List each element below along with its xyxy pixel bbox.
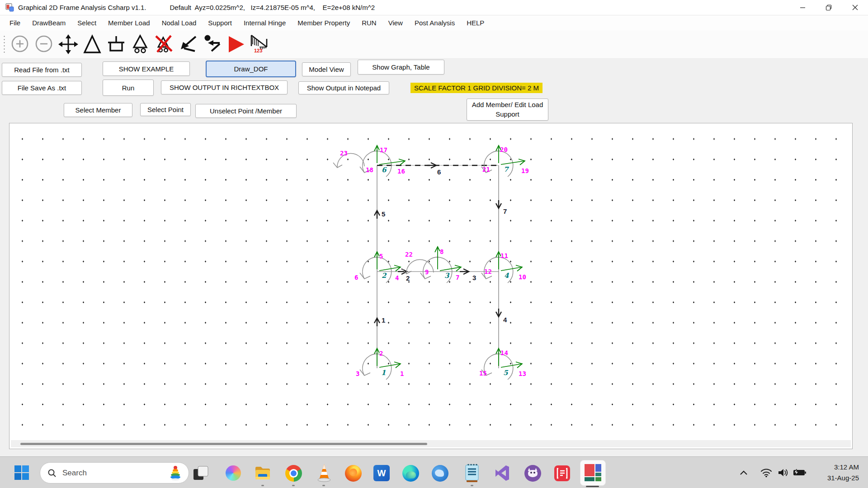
firefox-icon[interactable] [344,464,362,482]
github-desktop-icon[interactable] [524,464,542,482]
menu-item-help[interactable]: HELP [461,19,490,27]
dof-label-6: 6 [354,274,358,281]
add-member-line1: Add Member/ Edit Load [472,100,543,109]
menu-item-member-load[interactable]: Member Load [102,19,156,27]
dimension-label: 123 [254,48,262,53]
dof-label-14: 14 [500,349,508,357]
show-output-notepad-button[interactable]: Show Output in Notepad [298,81,389,94]
thunderbird-icon[interactable] [431,464,449,482]
open-indicator-file-explorer [261,485,264,486]
visual-studio-icon[interactable] [493,464,511,482]
node-label-1: 1 [381,369,386,377]
dof-label-23: 23 [340,150,348,157]
member-label-1: 1 [382,316,385,324]
file-save-button[interactable]: File Save As .txt [2,81,82,95]
member-label-3: 3 [472,274,476,282]
pin-support-icon[interactable] [80,32,104,57]
draw-dof-button[interactable]: Draw_DOF [206,61,296,77]
search-box[interactable]: Search [40,462,189,483]
menu-bar: FileDrawBeamSelectMember LoadNodal LoadS… [0,15,868,30]
add-member-edit-load-support-button[interactable]: Add Member/ Edit Load Support [467,99,548,121]
word-icon[interactable]: W [373,464,391,482]
nodal-load-icon[interactable] [200,32,224,57]
dimension-123-icon[interactable]: 123 [248,32,272,57]
dof-label-2: 2 [379,350,383,357]
menu-item-support[interactable]: Support [202,19,238,27]
scale-factor-label: SCALE FACTOR 1 GRID DIVISION= 2 M [410,83,542,93]
show-graph-table-button[interactable]: Show Graph, Table [358,60,444,75]
menu-item-drawbeam[interactable]: DrawBeam [26,19,71,27]
toolbar-grip[interactable] [3,35,5,54]
roller-support-icon[interactable] [128,32,152,57]
edge-icon[interactable] [401,464,420,482]
tray-clock[interactable]: 3:12 AM 31-Aug-25 [827,462,859,483]
dof-label-19: 19 [521,167,529,174]
show-example-button[interactable]: SHOW EXAMPLE [103,61,190,76]
search-placeholder: Search [62,469,170,478]
task-view-icon[interactable] [192,464,210,482]
notepad-icon[interactable] [463,463,481,483]
dof-label-16: 16 [397,168,405,175]
dof-label-17: 17 [380,146,387,154]
red-notes-app-icon[interactable] [553,464,571,482]
run-icon[interactable] [224,32,248,57]
dof-label-8: 8 [440,248,443,255]
drawing-canvas[interactable]: 1234567369121518212223124578101113141617… [9,123,853,449]
file-explorer-icon[interactable] [254,464,272,482]
pan-icon[interactable] [56,32,80,57]
app-icon [5,3,14,12]
tray-wifi-icon[interactable] [760,466,773,479]
dof-label-11: 11 [500,252,508,259]
start-button-icon[interactable] [13,464,30,481]
restore-button[interactable] [816,0,842,15]
frame-analysis-app-icon[interactable] [580,460,606,486]
model-view-button[interactable]: Model View [302,62,351,76]
select-member-button[interactable]: Select Member [64,103,132,117]
vlc-icon[interactable] [315,463,333,482]
member-label-7: 7 [503,207,507,215]
menu-item-view[interactable]: View [382,19,409,27]
menu-item-internal-hinge[interactable]: Internal Hinge [238,19,292,27]
read-file-button[interactable]: Read File from .txt [2,63,82,77]
menu-item-file[interactable]: File [4,19,26,27]
default-properties-text: Default Ayz=0.0225m^2, Iz=4.21875E-05 m^… [170,4,375,11]
menu-item-select[interactable]: Select [71,19,102,27]
menu-item-member-property[interactable]: Member Property [292,19,356,27]
delete-support-icon[interactable] [152,32,176,57]
zoom-out-icon[interactable] [32,32,56,57]
dof-label-5: 5 [379,253,383,260]
open-indicator-vlc [322,485,325,486]
tray-battery-charging-icon[interactable] [792,467,807,479]
menu-item-nodal-load[interactable]: Nodal Load [156,19,203,27]
clock-date: 31-Aug-25 [827,473,859,483]
node-label-4: 4 [504,272,509,280]
chrome-icon[interactable] [284,464,302,482]
clock-time: 3:12 AM [827,462,859,473]
minimize-button[interactable] [789,0,816,15]
menu-item-post-analysis[interactable]: Post Analysis [409,19,461,27]
member-load-icon[interactable] [176,32,200,57]
select-point-button[interactable]: Select Point [140,103,191,116]
dof-label-7: 7 [456,274,459,281]
show-output-richtextbox-button[interactable]: SHOW OUTPUT IN RICHTEXTBOX [161,80,288,94]
menu-item-run[interactable]: RUN [356,19,382,27]
dof-label-21: 21 [482,166,490,173]
tray-volume-icon[interactable] [776,466,790,479]
search-icon [47,469,57,478]
toolbar: 123 [0,30,868,59]
active-app-indicator [586,486,599,487]
node-label-5: 5 [503,369,509,377]
window-title: Graphical 2D Frame Analysis Csharp v1.1. [18,4,146,11]
canvas-scrollbar-thumb[interactable] [20,443,427,445]
dof-label-4: 4 [395,274,399,282]
dof-label-10: 10 [519,273,526,281]
copilot-icon[interactable] [225,465,242,482]
unselect-point-member-button[interactable]: Unselect Point /Member [195,104,297,118]
tray-chevron-up-icon[interactable] [737,467,750,478]
close-button[interactable] [842,0,868,15]
zoom-in-icon[interactable] [8,32,32,57]
canvas-horizontal-scrollbar[interactable] [11,440,851,447]
word-letter: W [377,468,386,479]
fixed-support-icon[interactable] [104,32,128,57]
run-button[interactable]: Run [103,80,154,96]
